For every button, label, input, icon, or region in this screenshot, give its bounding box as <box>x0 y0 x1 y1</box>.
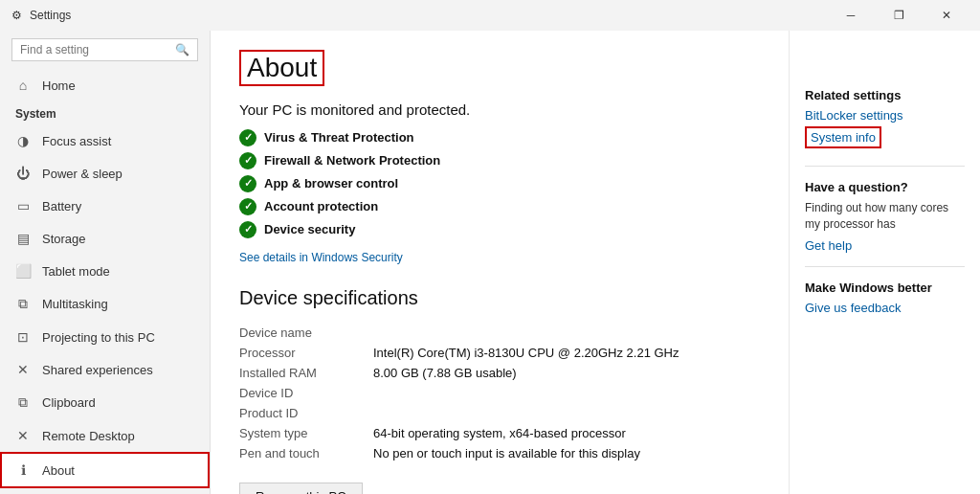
spec-value: Intel(R) Core(TM) i3-8130U CPU @ 2.20GHz… <box>373 343 750 363</box>
list-item: ✓ Device security <box>239 221 750 238</box>
multitasking-icon: ⧉ <box>15 296 31 312</box>
make-better-title: Make Windows better <box>805 281 965 295</box>
bitlocker-link[interactable]: BitLocker settings <box>805 108 965 123</box>
restore-button[interactable]: ❐ <box>877 0 921 31</box>
rename-pc-button[interactable]: Rename this PC <box>239 483 363 494</box>
title-bar: ⚙ Settings ─ ❐ ✕ <box>0 0 980 31</box>
sidebar-label-shared: Shared experiences <box>42 363 153 377</box>
sidebar-label-storage: Storage <box>42 232 86 246</box>
list-item: ✓ Account protection <box>239 198 750 215</box>
table-row: Pen and touch No pen or touch input is a… <box>239 443 750 463</box>
right-divider-1 <box>805 166 965 167</box>
spec-value <box>373 403 750 423</box>
list-item: ✓ Virus & Threat Protection <box>239 129 750 146</box>
protection-item-2: App & browser control <box>264 176 398 191</box>
sidebar-label-tablet: Tablet mode <box>42 264 110 279</box>
spec-label: Pen and touch <box>239 443 373 463</box>
right-panel: Related settings BitLocker settings Syst… <box>789 31 980 494</box>
sidebar-item-home[interactable]: ⌂ Home <box>0 69 210 101</box>
sidebar-label-power: Power & sleep <box>42 167 122 181</box>
finding-cores-text: Finding out how many cores my processor … <box>805 200 965 233</box>
device-spec-title: Device specifications <box>239 287 750 309</box>
home-icon: ⌂ <box>15 78 31 93</box>
search-input[interactable] <box>20 43 169 56</box>
minimize-button[interactable]: ─ <box>829 0 873 31</box>
list-item: ✓ Firewall & Network Protection <box>239 152 750 169</box>
sidebar-label-remote: Remote Desktop <box>42 429 135 443</box>
list-item: ✓ App & browser control <box>239 175 750 192</box>
sidebar-label-home: Home <box>42 79 76 93</box>
check-icon: ✓ <box>239 221 256 238</box>
right-divider-2 <box>805 266 965 267</box>
title-bar-left: ⚙ Settings <box>11 9 71 22</box>
see-details-link[interactable]: See details in Windows Security <box>239 251 403 264</box>
protection-list: ✓ Virus & Threat Protection ✓ Firewall &… <box>239 129 750 238</box>
search-icon: 🔍 <box>175 43 189 56</box>
sidebar-item-storage[interactable]: ▤ Storage <box>0 222 210 255</box>
page-title: About <box>239 50 324 86</box>
related-settings-title: Related settings <box>805 88 965 102</box>
protection-item-1: Firewall & Network Protection <box>264 153 440 168</box>
battery-icon: ▭ <box>15 198 31 213</box>
sidebar-item-focus[interactable]: ◑ Focus assist <box>0 124 210 157</box>
sidebar-label-projecting: Projecting to this PC <box>42 330 155 345</box>
check-icon: ✓ <box>239 129 256 146</box>
sidebar: 🔍 ⌂ Home System ◑ Focus assist ⏻ Power &… <box>0 31 211 494</box>
table-row: Installed RAM 8.00 GB (7.88 GB usable) <box>239 363 750 383</box>
sidebar-item-shared[interactable]: ✕ Shared experiences <box>0 353 210 386</box>
spec-value: 8.00 GB (7.88 GB usable) <box>373 363 750 383</box>
close-button[interactable]: ✕ <box>924 0 969 31</box>
spec-label: System type <box>239 423 373 443</box>
spec-label: Device name <box>239 323 373 343</box>
sidebar-item-tablet[interactable]: ⬜ Tablet mode <box>0 255 210 287</box>
storage-icon: ▤ <box>15 231 31 246</box>
table-row: Device ID <box>239 383 750 403</box>
spec-value: 64-bit operating system, x64-based proce… <box>373 423 750 443</box>
app-body: 🔍 ⌂ Home System ◑ Focus assist ⏻ Power &… <box>0 31 980 494</box>
protection-item-0: Virus & Threat Protection <box>264 130 414 145</box>
protection-headline: Your PC is monitored and protected. <box>239 101 750 118</box>
get-help-link[interactable]: Get help <box>805 238 965 253</box>
spec-label: Processor <box>239 343 373 363</box>
sidebar-item-projecting[interactable]: ⊡ Projecting to this PC <box>0 321 210 353</box>
sidebar-item-power[interactable]: ⏻ Power & sleep <box>0 157 210 190</box>
shared-icon: ✕ <box>15 362 31 377</box>
sidebar-label-about: About <box>42 463 75 478</box>
protection-item-3: Account protection <box>264 199 378 213</box>
search-box[interactable]: 🔍 <box>11 38 198 61</box>
feedback-link[interactable]: Give us feedback <box>805 301 965 315</box>
sidebar-label-battery: Battery <box>42 199 81 213</box>
check-icon: ✓ <box>239 175 256 192</box>
have-question-title: Have a question? <box>805 180 965 194</box>
sidebar-item-remote[interactable]: ✕ Remote Desktop <box>0 419 210 452</box>
spec-value: No pen or touch input is available for t… <box>373 443 750 463</box>
title-bar-title: Settings <box>30 9 71 22</box>
sidebar-item-multitasking[interactable]: ⧉ Multitasking <box>0 287 210 321</box>
remote-icon: ✕ <box>15 428 31 443</box>
table-row: Device name <box>239 323 750 343</box>
sidebar-label-multitasking: Multitasking <box>42 297 108 311</box>
table-row: System type 64-bit operating system, x64… <box>239 423 750 443</box>
tablet-icon: ⬜ <box>15 263 31 279</box>
spec-label: Device ID <box>239 383 373 403</box>
projecting-icon: ⊡ <box>15 329 31 345</box>
table-row: Product ID <box>239 403 750 423</box>
sidebar-section-system: System <box>0 101 210 124</box>
sidebar-item-clipboard[interactable]: ⧉ Clipboard <box>0 386 210 419</box>
focus-icon: ◑ <box>15 133 31 148</box>
spec-label: Product ID <box>239 403 373 423</box>
check-icon: ✓ <box>239 152 256 169</box>
spec-value <box>373 323 750 343</box>
sidebar-label-focus: Focus assist <box>42 134 111 148</box>
main-content: About Your PC is monitored and protected… <box>211 31 789 494</box>
spec-value <box>373 383 750 403</box>
sidebar-item-battery[interactable]: ▭ Battery <box>0 190 210 222</box>
title-bar-controls: ─ ❐ ✕ <box>829 0 969 31</box>
system-info-link[interactable]: System info <box>805 126 881 148</box>
about-icon: ℹ <box>15 462 31 478</box>
sidebar-label-clipboard: Clipboard <box>42 395 96 410</box>
spec-label: Installed RAM <box>239 363 373 383</box>
clipboard-icon: ⧉ <box>15 394 31 411</box>
check-icon: ✓ <box>239 198 256 215</box>
sidebar-item-about[interactable]: ℹ About <box>0 452 210 488</box>
